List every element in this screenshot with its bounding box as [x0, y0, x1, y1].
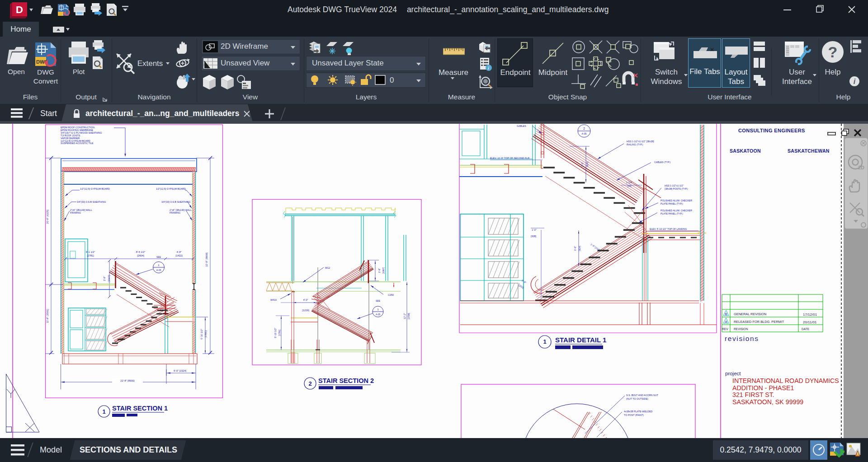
svg-text:3'-8": 3'-8" — [103, 276, 106, 281]
svg-text:[1067]: [1067] — [108, 275, 110, 282]
svg-text:HSS 1-1/2"x1-1/2": HSS 1-1/2"x1-1/2" — [665, 184, 684, 187]
svg-text:[1422]: [1422] — [175, 254, 183, 257]
svg-text:SASKATOON: SASKATOON — [730, 148, 761, 154]
svg-text:ELEV. 5'-10 1/2" TOP OF LANDIN: ELEV. 5'-10 1/2" TOP OF LANDING — [650, 228, 687, 230]
svg-text:A: A — [725, 320, 727, 324]
svg-text:REV: REV — [722, 327, 728, 331]
svg-text:1: 1 — [543, 338, 546, 345]
svg-text:[2781]: [2781] — [87, 254, 94, 257]
svg-text:2: 2 — [308, 380, 311, 387]
svg-text:9'-1 1/2": 9'-1 1/2" — [86, 251, 95, 253]
svg-text:17/12/01: 17/12/01 — [803, 313, 817, 317]
svg-text:(NUT TO OUTSIDE): (NUT TO OUTSIDE) — [626, 397, 648, 400]
svg-text:ELEV. 11'-9" TOP OF SECOND FLR: ELEV. 11'-9" TOP OF SECOND FLR. — [490, 157, 530, 159]
svg-text:8'-5 1/2": 8'-5 1/2" — [136, 251, 145, 253]
svg-text:[1067]: [1067] — [382, 267, 385, 274]
svg-text:TO POST (PAINT): TO POST (PAINT) — [624, 414, 644, 416]
svg-text:3'-0": 3'-0" — [574, 246, 576, 251]
svg-text:POLISHED ALUM. CHECKER: POLISHED ALUM. CHECKER — [660, 209, 692, 212]
svg-text:W410: W410 — [270, 299, 277, 301]
svg-text:2: 2 — [583, 127, 585, 130]
svg-text:revisions: revisions — [725, 335, 759, 342]
svg-text:3'-8": 3'-8" — [378, 268, 381, 273]
svg-text:SUSPENDED ACOUSTIC TILE: SUSPENDED ACOUSTIC TILE — [61, 142, 94, 145]
svg-text:0: 0 — [390, 76, 394, 84]
svg-text:HSS 1-1/2"x1-1/2" [38x38]: HSS 1-1/2"x1-1/2" [38x38] — [627, 140, 654, 143]
svg-text:STAIR DETAIL 1: STAIR DETAIL 1 — [555, 336, 606, 344]
svg-text:[914]: [914] — [578, 246, 581, 251]
svg-text:?: ? — [828, 43, 838, 61]
svg-text:SEE: SEE — [156, 256, 161, 258]
svg-text:SASKATCHEWAN: SASKATCHEWAN — [788, 148, 830, 154]
svg-text:PLATE PANEL (TYP.): PLATE PANEL (TYP.) — [660, 202, 683, 205]
svg-text:[914]: [914] — [586, 162, 589, 167]
svg-text:3/4"[30] O.S.B SHEATHING: 3/4"[30] O.S.B SHEATHING — [161, 201, 190, 203]
svg-text:5'-10 1/2": 5'-10 1/2" — [274, 328, 277, 338]
svg-text:[38x38] POSTS (TYP.): [38x38] POSTS (TYP.) — [665, 187, 688, 190]
svg-text:C250: C250 — [388, 294, 394, 296]
svg-text:1/2"[12.5] GYPSUM BOARD: 1/2"[12.5] GYPSUM BOARD — [80, 187, 110, 190]
svg-text:[3708]: [3708] — [407, 313, 410, 319]
svg-text:GENERAL REVISION: GENERAL REVISION — [734, 312, 766, 316]
svg-text:POLISHED ALUM. CHECKER: POLISHED ALUM. CHECKER — [660, 199, 692, 202]
svg-text:i: i — [854, 78, 856, 85]
svg-text:5'-10 1/2": 5'-10 1/2" — [200, 329, 203, 340]
svg-text:20/11/01: 20/11/01 — [803, 320, 817, 324]
svg-text:RAILING (TYP.): RAILING (TYP.) — [627, 143, 643, 146]
svg-text:ADDITION - PHASE1: ADDITION - PHASE1 — [732, 384, 794, 392]
svg-text:3'-0": 3'-0" — [581, 162, 584, 167]
svg-text:1: 1 — [377, 308, 378, 311]
svg-text:321 FIRST ST.: 321 FIRST ST. — [732, 391, 774, 398]
svg-text:22'-8" [8900]: 22'-8" [8900] — [120, 379, 135, 382]
svg-text:6'-0" [1524]: 6'-0" [1524] — [174, 369, 187, 372]
svg-text:0'-8": 0'-8" — [521, 279, 527, 284]
svg-text:REVISION: REVISION — [734, 327, 748, 331]
svg-text:RELEASED FOR BLDG. PERMIT: RELEASED FOR BLDG. PERMIT — [734, 320, 784, 324]
svg-text:3/4"[30] O.S.B SHEATHING: 3/4"[30] O.S.B SHEATHING — [77, 201, 106, 203]
svg-text:S.S. BOLT AND ACORN NUT: S.S. BOLT AND ACORN NUT — [626, 394, 659, 397]
svg-text:1/2"[12.5] GYPSUM BOARD: 1/2"[12.5] GYPSUM BOARD — [156, 187, 186, 190]
svg-text:20'-8" [6325]: 20'-8" [6325] — [46, 210, 49, 224]
svg-text:[2604]: [2604] — [137, 254, 144, 257]
svg-text:FRAMING: FRAMING — [70, 211, 81, 214]
svg-text:FRAMING: FRAMING — [170, 211, 180, 214]
svg-text:STAIR SECTION 1: STAIR SECTION 1 — [112, 405, 168, 412]
svg-text:A-05: A-05 — [582, 132, 587, 135]
svg-text:A-05: A-05 — [376, 313, 380, 316]
svg-text:SASKATOON, SK 99999: SASKATOON, SK 99999 — [732, 398, 803, 406]
svg-text:INTERNATIONAL ROAD DYNAMICS: INTERNATIONAL ROAD DYNAMICS — [732, 377, 839, 384]
svg-text:PLATE PANEL (TYP.): PLATE PANEL (TYP.) — [660, 212, 683, 215]
svg-text:DATE: DATE — [802, 327, 810, 331]
svg-text:1'-0": 1'-0" — [532, 229, 537, 231]
svg-text:1-1/4": 1-1/4" — [626, 181, 632, 184]
svg-text:CONSULTING ENGINEERS: CONSULTING ENGINEERS — [738, 128, 805, 133]
svg-text:12'-2": 12'-2" — [403, 313, 406, 319]
svg-text:[1791]: [1791] — [278, 329, 281, 336]
svg-text:2D: 2D — [858, 165, 864, 170]
svg-text:project: project — [725, 371, 741, 376]
svg-text:4'-8": 4'-8" — [176, 251, 181, 253]
svg-text:SEE: SEE — [376, 299, 381, 302]
svg-text:11'-8" [3581]: 11'-8" [3581] — [46, 309, 49, 323]
svg-text:[308]: [308] — [531, 235, 536, 238]
svg-text:GABLES: GABLES — [517, 125, 526, 127]
svg-text:CABLES (TYP.): CABLES (TYP.) — [654, 161, 670, 163]
svg-text:B: B — [725, 312, 727, 316]
svg-text:!: ! — [857, 452, 859, 456]
svg-text:32'-8" [9908]: 32'-8" [9908] — [205, 252, 208, 267]
svg-text:4x38x38 PLATE-WELDED: 4x38x38 PLATE-WELDED — [624, 410, 653, 413]
svg-text:1: 1 — [158, 264, 160, 266]
svg-text:[1219]: [1219] — [302, 309, 309, 312]
svg-text:4'-0": 4'-0" — [303, 299, 308, 301]
svg-text:W12: W12 — [325, 266, 330, 269]
svg-text:[1781]: [1781] — [204, 331, 207, 338]
svg-text:STAIR SECTION 2: STAIR SECTION 2 — [318, 377, 374, 384]
svg-text:D: D — [16, 4, 23, 15]
svg-text:1: 1 — [102, 408, 105, 415]
svg-text:A-05: A-05 — [156, 269, 161, 271]
